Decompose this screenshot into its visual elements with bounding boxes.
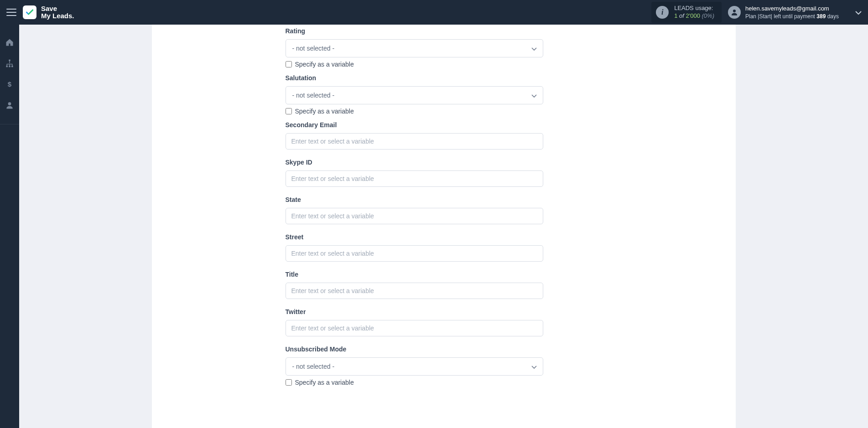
label-unsubscribed-mode: Unsubscribed Mode	[286, 345, 543, 353]
usage-text: LEADS usage: 1 of 2'000 (0%)	[674, 5, 714, 20]
sidebar-connections[interactable]	[5, 58, 15, 68]
sidebar-separator	[0, 124, 19, 124]
svg-point-6	[8, 102, 11, 105]
topbar: Save My Leads. i LEADS usage: 1 of 2'000…	[0, 0, 868, 25]
usage-box[interactable]: i LEADS usage: 1 of 2'000 (0%)	[651, 2, 722, 23]
logo-text: Save My Leads.	[41, 5, 74, 20]
menu-toggle[interactable]	[6, 9, 16, 16]
checkbox-label-rating[interactable]: Specify as a variable	[295, 61, 354, 68]
sidebar-billing[interactable]: $	[5, 79, 15, 89]
checkbox-label-unsubscribed[interactable]: Specify as a variable	[295, 379, 354, 386]
svg-rect-2	[6, 66, 8, 67]
label-rating: Rating	[286, 27, 543, 35]
field-secondary-email: Secondary Email	[286, 121, 543, 150]
sidebar-account[interactable]	[5, 100, 15, 110]
input-street[interactable]	[286, 245, 543, 262]
field-unsubscribed-mode: Unsubscribed Mode - not selected - Speci…	[286, 345, 543, 386]
select-unsubscribed-mode[interactable]: - not selected -	[286, 357, 543, 376]
label-state: State	[286, 196, 543, 203]
select-rating[interactable]: - not selected -	[286, 39, 543, 57]
svg-rect-1	[9, 60, 10, 61]
field-title: Title	[286, 271, 543, 299]
svg-text:$: $	[8, 80, 12, 88]
field-salutation: Salutation - not selected - Specify as a…	[286, 74, 543, 115]
user-text: helen.savemyleads@gmail.com Plan |Start|…	[745, 5, 839, 20]
chevron-down-icon	[531, 363, 537, 370]
svg-point-0	[733, 10, 736, 12]
sidebar: $	[0, 25, 19, 428]
svg-rect-4	[11, 66, 13, 67]
field-twitter: Twitter	[286, 308, 543, 336]
logo-icon	[23, 5, 36, 19]
label-skype-id: Skype ID	[286, 159, 543, 166]
field-street: Street	[286, 233, 543, 262]
label-secondary-email: Secondary Email	[286, 121, 543, 129]
select-salutation[interactable]: - not selected -	[286, 86, 543, 104]
user-menu[interactable]: helen.savemyleads@gmail.com Plan |Start|…	[728, 5, 839, 20]
svg-rect-3	[9, 66, 10, 67]
field-skype-id: Skype ID	[286, 159, 543, 187]
header-caret-icon[interactable]	[855, 8, 862, 16]
checkbox-salutation-variable[interactable]	[286, 108, 292, 114]
logo[interactable]: Save My Leads.	[23, 5, 74, 20]
input-skype-id[interactable]	[286, 170, 543, 187]
form-panel: Rating - not selected - Specify as a var…	[152, 25, 736, 428]
info-icon: i	[656, 6, 669, 19]
input-secondary-email[interactable]	[286, 133, 543, 150]
input-state[interactable]	[286, 208, 543, 224]
label-street: Street	[286, 233, 543, 241]
checkbox-unsubscribed-variable[interactable]	[286, 379, 292, 386]
label-twitter: Twitter	[286, 308, 543, 315]
sidebar-home[interactable]	[5, 37, 15, 47]
label-title: Title	[286, 271, 543, 278]
chevron-down-icon	[531, 45, 537, 52]
checkbox-rating-variable[interactable]	[286, 61, 292, 67]
main: Rating - not selected - Specify as a var…	[19, 25, 868, 428]
field-rating: Rating - not selected - Specify as a var…	[286, 27, 543, 68]
label-salutation: Salutation	[286, 74, 543, 82]
field-state: State	[286, 196, 543, 224]
chevron-down-icon	[531, 92, 537, 99]
avatar-icon	[728, 6, 741, 19]
input-title[interactable]	[286, 283, 543, 299]
checkbox-label-salutation[interactable]: Specify as a variable	[295, 108, 354, 115]
input-twitter[interactable]	[286, 320, 543, 336]
